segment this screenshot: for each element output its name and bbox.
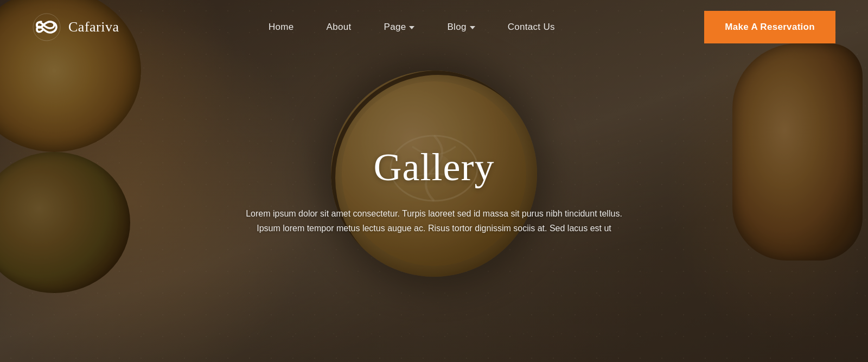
reservation-button[interactable]: Make A Reservation: [704, 11, 835, 43]
nav-item-page[interactable]: Page: [384, 22, 415, 33]
hero-desc-line1: Lorem ipsum dolor sit amet consectetur. …: [246, 209, 622, 218]
logo-icon: [33, 13, 61, 41]
blog-dropdown-arrow: [470, 26, 475, 29]
hero-section: Cafariva Home About Page Bl: [0, 0, 868, 362]
hero-content: Gallery Lorem ipsum dolor sit amet conse…: [190, 145, 678, 236]
nav-item-about[interactable]: About: [327, 22, 352, 33]
nav-label-page: Page: [384, 22, 406, 33]
nav-link-page[interactable]: Page: [384, 22, 415, 33]
nav-item-home[interactable]: Home: [269, 22, 294, 33]
logo-area[interactable]: Cafariva: [33, 13, 119, 41]
hero-desc-line2: Ipsum lorem tempor metus lectus augue ac…: [257, 224, 611, 233]
page-dropdown-arrow: [409, 26, 414, 29]
nav-link-contact[interactable]: Contact Us: [508, 22, 555, 32]
nav-item-blog[interactable]: Blog: [447, 22, 475, 33]
hero-title: Gallery: [190, 145, 678, 190]
brand-name: Cafariva: [68, 19, 119, 35]
nav-link-blog[interactable]: Blog: [447, 22, 475, 33]
hero-description: Lorem ipsum dolor sit amet consectetur. …: [212, 206, 656, 236]
nav-label-blog: Blog: [447, 22, 466, 33]
nav-links: Home About Page Blog: [269, 22, 555, 33]
navbar: Cafariva Home About Page Bl: [0, 0, 868, 54]
nav-link-about[interactable]: About: [327, 22, 352, 32]
nav-item-contact[interactable]: Contact Us: [508, 22, 555, 33]
nav-link-home[interactable]: Home: [269, 22, 294, 32]
